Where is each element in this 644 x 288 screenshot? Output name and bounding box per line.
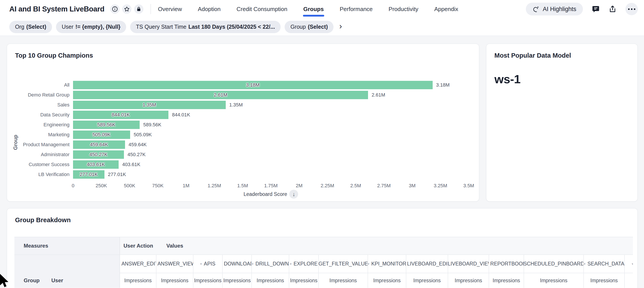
bar-value-label-outside: 459.64K bbox=[128, 142, 147, 147]
x-tick-label: 1.25M bbox=[208, 183, 221, 189]
chart-bar-marketing[interactable]: 505.09K bbox=[73, 131, 130, 139]
column-header-scheduled-pinboards[interactable]: ▾SCHEDULED_PINBOARDS bbox=[524, 254, 583, 273]
share-icon[interactable] bbox=[608, 5, 616, 13]
impressions-label: Impressions bbox=[223, 273, 252, 288]
bar-value-label: 2.61M bbox=[214, 92, 227, 98]
column-header-liveboard-edit[interactable]: ▾LIVEBOARD_EDIT bbox=[406, 254, 448, 273]
category-label: Product Management bbox=[12, 142, 70, 147]
category-label: Customer Success bbox=[12, 162, 70, 167]
values-label: Values bbox=[166, 243, 183, 249]
liveboard-tabs: OverviewAdoptionCredit ConsumptionGroups… bbox=[158, 0, 458, 18]
filter-chip-group[interactable]: Group(Select) bbox=[284, 21, 334, 33]
impressions-label bbox=[625, 273, 633, 288]
ai-highlights-button[interactable]: AI Highlights bbox=[526, 3, 583, 15]
column-header-get-filter-values[interactable]: ▾GET_FILTER_VALUES bbox=[319, 254, 368, 273]
column-spo: ▾SPO bbox=[625, 254, 633, 288]
column-header-apis[interactable]: ▾APIS bbox=[194, 254, 222, 273]
x-tick-label: 1.75M bbox=[264, 183, 278, 189]
column-header-download[interactable]: ▾DOWNLOAD bbox=[223, 254, 252, 273]
category-label: LB Verification bbox=[12, 172, 70, 177]
x-axis-title[interactable]: Leaderboard Score ↓ bbox=[73, 190, 469, 199]
top-bar-actions: AI Highlights bbox=[526, 3, 638, 15]
more-options-icon[interactable] bbox=[626, 3, 638, 15]
bar-value-label-outside: 403.61K bbox=[122, 162, 140, 167]
column-name: ANSWER_EDIT bbox=[122, 261, 156, 267]
bar-value-label: 844.01K bbox=[112, 112, 130, 118]
filter-field-label: TS Query Start Time bbox=[136, 24, 186, 30]
column-drill-down: ▾DRILL_DOWNImpressions bbox=[252, 254, 289, 288]
pivot-table: Measures User Action Values Group User ▾… bbox=[14, 237, 633, 288]
chart-bar-sales[interactable]: 1.35M bbox=[73, 101, 226, 109]
chart-bar-lb-verification[interactable]: 277.01K bbox=[73, 170, 104, 179]
bar-value-label-outside: 450.27K bbox=[128, 152, 146, 157]
user-action-label: User Action bbox=[124, 243, 153, 249]
favorite-star-icon[interactable] bbox=[122, 4, 132, 14]
column-answer-view: ▾ANSWER_VIEWImpressions bbox=[156, 254, 194, 288]
impressions-label: Impressions bbox=[319, 273, 368, 288]
chart-bar-data-security[interactable]: 844.01K bbox=[73, 111, 168, 119]
filter-chip-org[interactable]: Org(Select) bbox=[9, 21, 52, 33]
column-header-answer-view[interactable]: ▾ANSWER_VIEW bbox=[156, 254, 193, 273]
x-tick-label: 2.5M bbox=[350, 183, 361, 189]
column-name: DOWNLOAD bbox=[224, 261, 252, 267]
bar-value-label: 403.61K bbox=[87, 162, 105, 167]
column-name: KPI_MONITOR bbox=[371, 261, 406, 267]
x-tick-label: 1.5M bbox=[237, 183, 248, 189]
impressions-label: Impressions bbox=[406, 273, 448, 288]
filter-chip-user[interactable]: User!= {empty}, {Null} bbox=[56, 21, 126, 33]
column-header-answer-edit[interactable]: ▾ANSWER_EDIT bbox=[120, 254, 156, 273]
page-title: AI and BI System LiveBoard bbox=[9, 5, 104, 13]
filter-value-label: (Select) bbox=[308, 24, 328, 30]
tab-performance[interactable]: Performance bbox=[340, 0, 373, 18]
column-header-kpi-monitor[interactable]: ▾KPI_MONITOR bbox=[368, 254, 406, 273]
chart-bar-engineering[interactable]: 589.56K bbox=[73, 121, 140, 129]
column-header-reportbook[interactable]: ▾REPORTBOOK bbox=[489, 254, 524, 273]
column-header-drill-down[interactable]: ▾DRILL_DOWN bbox=[252, 254, 289, 273]
column-name: LIVEBOARD_EDIT bbox=[407, 261, 448, 267]
column-search-data: ▾SEARCH_DATAImpressions bbox=[584, 254, 625, 288]
lock-icon[interactable] bbox=[134, 4, 144, 14]
impressions-label: Impressions bbox=[584, 273, 624, 288]
chart-bar-product-management[interactable]: 459.64K bbox=[73, 141, 125, 149]
tab-credit-consumption[interactable]: Credit Consumption bbox=[236, 0, 288, 18]
comments-icon[interactable] bbox=[592, 5, 600, 13]
x-tick-label: 750K bbox=[152, 183, 163, 189]
more-filters-chevron-icon[interactable]: › bbox=[339, 22, 342, 32]
sort-triangle-icon: ▾ bbox=[200, 262, 202, 266]
impressions-label: Impressions bbox=[489, 273, 524, 288]
impressions-label: Impressions bbox=[252, 273, 289, 288]
bar-value-label-outside: 3.18M bbox=[436, 82, 450, 88]
sort-triangle-icon: ▾ bbox=[252, 262, 254, 266]
bar-value-label: 450.27K bbox=[90, 152, 108, 157]
column-header-search-data[interactable]: ▾SEARCH_DATA bbox=[584, 254, 624, 273]
group-breakdown-card: Group Breakdown Measures User Action Val… bbox=[7, 208, 638, 288]
chart-bar-demo-retail-group[interactable]: 2.61M bbox=[73, 91, 368, 99]
column-header-explore[interactable]: ▾EXPLORE bbox=[289, 254, 318, 273]
tab-productivity[interactable]: Productivity bbox=[388, 0, 418, 18]
info-icon[interactable] bbox=[110, 4, 120, 14]
x-tick-label: 3M bbox=[409, 183, 416, 189]
chart-bar-customer-success[interactable]: 403.61K bbox=[73, 160, 118, 169]
x-axis-title-label: Leaderboard Score bbox=[244, 191, 287, 197]
filter-chip-ts-query-start-time[interactable]: TS Query Start TimeLast 180 Days (25/04/… bbox=[130, 21, 280, 33]
ai-sparkle-icon bbox=[532, 5, 540, 12]
column-header-spo[interactable]: ▾SPO bbox=[625, 254, 633, 273]
x-tick-label: 250K bbox=[96, 183, 107, 189]
tab-adoption[interactable]: Adoption bbox=[198, 0, 221, 18]
most-popular-data-model-card: Most Popular Data Model ws-1 bbox=[486, 43, 638, 202]
title-icon-group bbox=[110, 4, 144, 14]
header-divider bbox=[150, 4, 151, 14]
column-name: SCHEDULED_PINBOARDS bbox=[524, 261, 583, 267]
tab-groups[interactable]: Groups bbox=[304, 0, 324, 18]
bar-value-label: 277.01K bbox=[80, 172, 98, 177]
tab-overview[interactable]: Overview bbox=[158, 0, 182, 18]
column-header-liveboard-view[interactable]: ▾LIVEBOARD_VIEW bbox=[448, 254, 489, 273]
filter-value-label: (Select) bbox=[26, 24, 46, 30]
category-label: Marketing bbox=[12, 132, 70, 138]
impressions-label: Impressions bbox=[289, 273, 318, 288]
tab-appendix[interactable]: Appendix bbox=[434, 0, 458, 18]
x-tick-label: 500K bbox=[124, 183, 135, 189]
sort-triangle-icon: ▾ bbox=[584, 262, 585, 266]
chart-bar-administrator[interactable]: 450.27K bbox=[73, 150, 124, 159]
chart-bar-all[interactable]: 3.18M bbox=[73, 81, 433, 89]
